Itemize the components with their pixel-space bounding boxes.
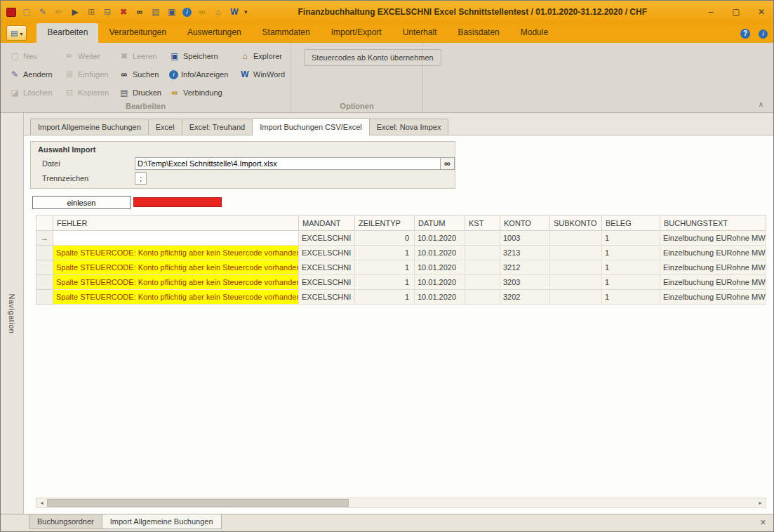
menu-tab-bearbeiten[interactable]: Bearbeiten [36, 23, 98, 43]
horizontal-scrollbar[interactable] [36, 498, 766, 508]
cell-fehler[interactable]: Spalte STEUERCODE: Konto pflichtig aber … [53, 290, 299, 305]
new-document-icon[interactable]: ▢ [21, 7, 32, 17]
ribbon-button-löschen[interactable]: ◪Löschen [8, 84, 62, 102]
cell-subkonto[interactable] [550, 231, 602, 246]
cell-beleg[interactable]: 1 [602, 231, 660, 246]
tab-excel[interactable]: Excel [148, 119, 182, 135]
column-header-beleg[interactable]: BELEG [602, 215, 660, 231]
cell-konto[interactable]: 3213 [500, 246, 550, 260]
cell-kst[interactable] [465, 231, 500, 246]
winword-icon[interactable]: W [229, 7, 240, 17]
paste-icon[interactable]: ⊞ [86, 7, 97, 17]
cell-mandant[interactable]: EXCELSCHNI [299, 290, 355, 305]
cell-mandant[interactable]: EXCELSCHNI [299, 246, 355, 260]
tab-excel-nova-impex[interactable]: Excel: Nova Impex [369, 119, 449, 135]
tab-excel-treuhand[interactable]: Excel: Treuhand [182, 119, 253, 135]
navigation-pane[interactable]: Navigation [1, 113, 24, 514]
cell-beleg[interactable]: 1 [602, 260, 660, 275]
ribbon-button-winword[interactable]: WWinWord [238, 65, 287, 84]
cell-datum[interactable]: 10.01.2020 [415, 231, 465, 246]
cell-fehler[interactable]: Spalte STEUERCODE: Konto pflichtig aber … [53, 246, 299, 260]
edit-document-icon[interactable]: ✎ [37, 7, 48, 17]
menu-tab-stammdaten[interactable]: Stammdaten [252, 23, 321, 43]
column-header-buchungstext[interactable]: BUCHUNGSTEXT [660, 215, 766, 231]
cell-fehler[interactable]: Spalte STEUERCODE: Konto pflichtig aber … [53, 260, 299, 275]
column-header-subkonto[interactable]: SUBKONTO [550, 215, 602, 231]
print-icon[interactable]: ▤ [150, 7, 161, 17]
cell-zeilentyp[interactable]: 1 [355, 260, 415, 275]
cell-zeilentyp[interactable]: 0 [355, 231, 415, 246]
info-icon[interactable]: i [182, 8, 192, 17]
about-icon[interactable]: i [759, 29, 768, 39]
menu-tab-import-export[interactable]: Import/Export [321, 23, 392, 43]
cell-kst[interactable] [465, 260, 500, 275]
navigation-pane-label[interactable]: Navigation [8, 293, 16, 333]
ribbon-button-info-anzeigen[interactable]: iInfo/Anzeigen [168, 65, 238, 84]
cell-kst[interactable] [465, 246, 500, 260]
cell-buchungstext[interactable]: Einzelbuchung EURohne MWST [660, 260, 766, 275]
ribbon-button-verbindung[interactable]: ∞Verbindung [168, 84, 238, 102]
cell-beleg[interactable]: 1 [602, 275, 660, 290]
menu-tab-auswertungen[interactable]: Auswertungen [177, 23, 252, 43]
app-logo-icon[interactable] [6, 8, 16, 17]
bottom-tab-import-allgemeine-buchungen[interactable]: Import Allgemeine Buchungen [102, 514, 222, 529]
cell-buchungstext[interactable]: Einzelbuchung EURohne MWST [660, 231, 766, 246]
cell-kst[interactable] [465, 290, 500, 305]
cell-mandant[interactable]: EXCELSCHNI [299, 260, 355, 275]
column-header-kst[interactable]: KST [465, 215, 500, 231]
cell-subkonto[interactable] [550, 275, 602, 290]
cell-subkonto[interactable] [550, 290, 602, 305]
cell-buchungstext[interactable]: Einzelbuchung EURohne MWST [660, 246, 766, 260]
menu-tab-verarbeitungen[interactable]: Verarbeitungen [98, 23, 176, 43]
cell-buchungstext[interactable]: Einzelbuchung EURohne MWST [660, 275, 766, 290]
ribbon-button-suchen[interactable]: ∞Suchen [117, 65, 168, 84]
tab-import-allgemeine-buchungen[interactable]: Import Allgemeine Buchungen [30, 119, 149, 135]
column-header-datum[interactable]: DATUM [415, 215, 465, 231]
cell-fehler[interactable] [53, 231, 299, 246]
bottom-tab-buchungsordner[interactable]: Buchungsordner [29, 514, 102, 529]
cell-datum[interactable]: 10.01.2020 [415, 246, 465, 260]
cell-fehler[interactable]: Spalte STEUERCODE: Konto pflichtig aber … [53, 275, 299, 290]
einlesen-button[interactable]: einlesen [32, 196, 131, 209]
cell-buchungstext[interactable]: Einzelbuchung EURohne MWST [660, 290, 766, 305]
delete-icon[interactable]: ✖ [118, 7, 129, 17]
close-button[interactable]: ✕ [755, 7, 768, 17]
save-icon[interactable]: ▣ [166, 7, 178, 17]
cell-beleg[interactable]: 1 [602, 290, 660, 305]
help-icon[interactable]: ? [740, 29, 750, 39]
run-icon[interactable]: ▶ [69, 7, 81, 17]
ribbon-button-einfügen[interactable]: ⊞Einfügen [62, 65, 117, 84]
ribbon-button-speichern[interactable]: ▣Speichern [168, 47, 238, 65]
cell-kst[interactable] [465, 275, 500, 290]
cell-subkonto[interactable] [550, 260, 602, 275]
ribbon-button-neu[interactable]: ▢Neu [8, 47, 62, 65]
ribbon-button-leeren[interactable]: ✖Leeren [117, 47, 168, 65]
trennzeichen-input[interactable] [135, 172, 147, 185]
column-header-mandant[interactable]: MANDANT [299, 215, 355, 231]
cell-konto[interactable]: 3202 [500, 290, 550, 305]
menu-tab-basisdaten[interactable]: Basisdaten [447, 23, 509, 43]
search-icon[interactable]: ∞ [134, 7, 145, 17]
ribbon-collapse-icon[interactable]: ∧ [759, 100, 763, 108]
cell-datum[interactable]: 10.01.2020 [415, 290, 465, 305]
cell-mandant[interactable]: EXCELSCHNI [299, 231, 355, 246]
cell-konto[interactable]: 3212 [500, 260, 550, 275]
ribbon-button-explorer[interactable]: ⌂Explorer [238, 47, 287, 65]
column-header-fehler[interactable]: FEHLER [53, 215, 299, 231]
tab-import-buchungen-csv-excel[interactable]: Import Buchungen CSV/Excel [252, 118, 370, 135]
cell-zeilentyp[interactable]: 1 [355, 246, 415, 260]
cell-subkonto[interactable] [550, 246, 602, 260]
menu-tab-unterhalt[interactable]: Unterhalt [392, 23, 448, 43]
cell-konto[interactable]: 3203 [500, 275, 550, 290]
datei-input[interactable] [135, 157, 441, 170]
cell-datum[interactable]: 10.01.2020 [415, 275, 465, 290]
cell-zeilentyp[interactable]: 1 [355, 290, 415, 305]
copy-icon[interactable]: ⊟ [102, 7, 113, 17]
ribbon-button-aendern[interactable]: ✎Aendern [8, 65, 62, 84]
scroll-right-icon[interactable] [755, 498, 766, 507]
pencil-icon[interactable]: ✏ [53, 7, 65, 17]
scrollbar-thumb[interactable] [47, 499, 349, 507]
cell-datum[interactable]: 10.01.2020 [415, 260, 465, 275]
export-icon[interactable]: ⌂ [213, 7, 224, 17]
ribbon-button-kopieren[interactable]: ⊟Kopieren [62, 84, 117, 102]
